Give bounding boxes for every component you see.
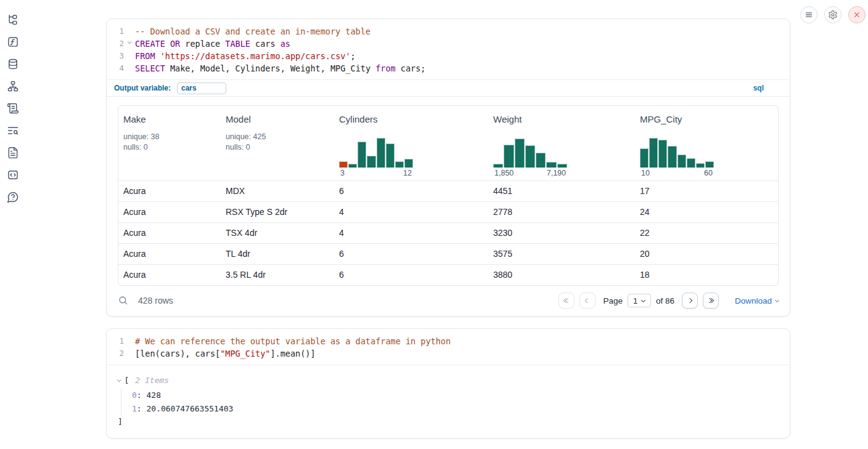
histogram-bar <box>668 146 676 168</box>
last-page-button[interactable] <box>703 293 719 309</box>
histogram-bar <box>377 138 385 168</box>
code-line: 2 [len(cars), cars["MPG_City"].mean()] <box>107 347 790 360</box>
table-row: Acura TL 4dr 6 3575 20 <box>118 243 778 264</box>
close-button[interactable] <box>848 6 866 23</box>
help-chat-icon[interactable] <box>7 191 19 203</box>
file-tree-icon[interactable] <box>7 14 19 26</box>
code-line: 1 # We can reference the output variable… <box>107 335 790 347</box>
table-cell: 3575 <box>488 244 635 264</box>
histogram-bar <box>705 161 714 168</box>
column-header-make[interactable]: Make unique: 38 nulls: 0 <box>118 106 221 180</box>
histogram-bar <box>367 156 375 168</box>
column-header-weight[interactable]: Weight 1,850 7,190 <box>488 106 635 180</box>
output-variable-input[interactable] <box>177 83 226 94</box>
function-icon[interactable] <box>7 36 19 48</box>
close-icon <box>852 10 862 20</box>
code-line: 3 FROM 'https://datasets.marimo.app/cars… <box>107 50 790 62</box>
sql-cell: 1 -- Download a CSV and create an in-mem… <box>106 18 790 317</box>
previous-page-button[interactable] <box>579 293 596 309</box>
code-text[interactable]: -- Download a CSV and create an in-memor… <box>125 25 371 38</box>
axis-max-label: 60 <box>704 169 713 177</box>
sql-code-editor: 1 -- Download a CSV and create an in-mem… <box>107 19 790 80</box>
menu-icon <box>804 10 814 20</box>
table-cell: RSX Type S 2dr <box>221 202 334 222</box>
histogram-bar <box>687 158 695 168</box>
code-text[interactable]: FROM 'https://datasets.marimo.app/cars.c… <box>125 50 356 62</box>
code-text[interactable]: SELECT Make, Model, Cylinders, Weight, M… <box>125 62 425 75</box>
table-cell: 6 <box>334 265 488 285</box>
list-output-header: [ 2 Items <box>118 374 779 387</box>
cylinders-histogram: 3 12 <box>339 137 413 177</box>
table-cell: Acura <box>118 265 221 285</box>
table-header-row: Make unique: 38 nulls: 0 Model unique: 4… <box>118 106 778 180</box>
line-number: 3 <box>107 50 125 62</box>
table-cell: 4 <box>334 223 488 243</box>
python-cell: 1 # We can reference the output variable… <box>106 328 790 439</box>
next-page-button[interactable] <box>682 293 698 309</box>
mpg-city-histogram: 10 60 <box>640 137 714 177</box>
chevron-down-icon <box>775 297 779 302</box>
page-select[interactable]: 1 <box>628 294 651 307</box>
table-footer: 428 rows Page 1 of 86 Download <box>107 286 790 309</box>
histogram-bar <box>696 163 705 168</box>
left-sidebar <box>0 0 28 203</box>
database-icon[interactable] <box>7 58 19 70</box>
double-chevron-right-icon <box>708 299 713 302</box>
table-cell: TSX 4dr <box>221 223 334 243</box>
menu-button[interactable] <box>800 6 817 23</box>
dependency-graph-icon[interactable] <box>7 80 19 92</box>
histogram-bar <box>649 138 658 168</box>
table-cell: 3880 <box>488 265 635 285</box>
open-bracket: [ <box>125 374 129 387</box>
axis-max-label: 7,190 <box>547 169 566 177</box>
column-header-mpg-city[interactable]: MPG_City 10 60 <box>635 106 778 180</box>
page-total-label: of 86 <box>656 296 674 305</box>
line-number: 4 <box>107 62 125 75</box>
list-search-icon[interactable] <box>7 124 19 137</box>
code-panel-icon[interactable] <box>7 169 19 181</box>
histogram-bar <box>525 145 535 168</box>
cell-output: [ 2 Items 0: 428 1: 20.060747663551403 ] <box>107 365 790 426</box>
window-controls <box>800 6 866 23</box>
chevron-down-icon <box>641 297 645 302</box>
axis-max-label: 12 <box>403 169 412 177</box>
histogram-bar <box>404 159 413 168</box>
list-item: 0: 428 <box>132 389 779 402</box>
collapse-caret-icon[interactable] <box>117 378 121 381</box>
table-cell: 24 <box>635 202 778 222</box>
code-text[interactable]: CREATE OR replace TABLE cars as <box>125 38 290 50</box>
table-cell: Acura <box>118 202 221 222</box>
histogram-bar <box>678 155 686 168</box>
search-icon[interactable] <box>118 295 129 306</box>
first-page-button[interactable] <box>559 293 575 309</box>
histogram-bar <box>386 144 395 168</box>
table-row: Acura MDX 6 4451 17 <box>118 180 778 201</box>
items-count-label: 2 Items <box>135 374 169 387</box>
table-cell: 20 <box>635 244 778 264</box>
column-header-model[interactable]: Model unique: 425 nulls: 0 <box>221 106 334 180</box>
table-cell: TL 4dr <box>221 244 334 264</box>
table-cell: Acura <box>118 223 221 243</box>
axis-min-label: 10 <box>641 169 650 177</box>
histogram-bar <box>348 164 357 168</box>
item-value: 20.060747663551403 <box>146 404 233 413</box>
histogram-bar <box>504 145 514 168</box>
settings-button[interactable] <box>824 6 841 23</box>
line-number: 1 <box>107 25 125 38</box>
table-cell: 3.5 RL 4dr <box>221 265 334 285</box>
item-value: 428 <box>146 390 160 400</box>
table-cell: 18 <box>635 265 778 285</box>
column-header-cylinders[interactable]: Cylinders 3 12 <box>334 106 488 180</box>
item-index: 0 <box>132 390 137 400</box>
histogram-bar <box>493 164 503 168</box>
table-cell: 3230 <box>488 223 635 243</box>
download-button[interactable]: Download <box>735 296 779 305</box>
code-line: 1 -- Download a CSV and create an in-mem… <box>107 25 790 38</box>
code-text[interactable]: # We can reference the output variable a… <box>125 335 451 347</box>
list-item: 1: 20.060747663551403 <box>132 402 779 416</box>
document-icon[interactable] <box>7 147 19 159</box>
scroll-icon[interactable] <box>7 102 19 115</box>
language-badge: sql <box>753 84 764 92</box>
histogram-bar <box>339 161 348 168</box>
code-text[interactable]: [len(cars), cars["MPG_City"].mean()] <box>125 347 316 360</box>
